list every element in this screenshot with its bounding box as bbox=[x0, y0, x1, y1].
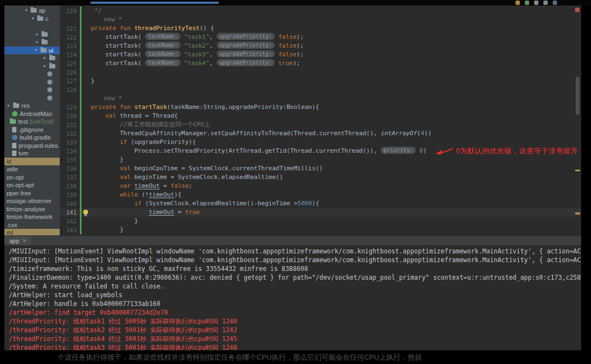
code-line-130[interactable]: 130 val thread = Thread{ bbox=[60, 112, 581, 120]
code-line-142[interactable]: 142 } bbox=[60, 217, 581, 226]
code-line-140[interactable]: 140 if (SystemClock.elapsedRealtime()-be… bbox=[60, 199, 581, 208]
code-line-132[interactable]: 132 ThreadCpuAffinityManager.setCpuAffin… bbox=[60, 129, 581, 138]
code-line-126[interactable]: 126 bbox=[60, 68, 581, 77]
code-line-133[interactable]: 133 if (upgradePriority){ bbox=[60, 138, 581, 147]
stripe-mark-warning[interactable] bbox=[575, 170, 580, 171]
tree-item-res[interactable]: ▸res bbox=[4, 102, 60, 110]
tree-item-label: AndroidMan bbox=[20, 111, 52, 117]
code-line-138[interactable]: 138 var timeOut = false; bbox=[60, 182, 581, 190]
parameter-hint: upgradePriority: bbox=[217, 42, 275, 49]
code-line[interactable]: new * bbox=[60, 94, 581, 103]
tree-item-label: res bbox=[21, 102, 30, 109]
toolbar-icon[interactable] bbox=[525, 1, 529, 5]
code-token: } bbox=[91, 77, 95, 84]
line-number: 126 bbox=[60, 68, 80, 77]
code-line-121[interactable]: 121private fun threadPriorityTest() { bbox=[60, 24, 581, 33]
toolbar-icon[interactable] bbox=[553, 1, 557, 5]
code-line-120[interactable]: 120 */ bbox=[60, 7, 581, 15]
line-number bbox=[60, 15, 80, 24]
code-line-136[interactable]: 136 val beginCpuTime = SystemClock.curre… bbox=[60, 164, 581, 173]
line-number: 120 bbox=[60, 7, 80, 15]
code-line-135[interactable]: 135 } bbox=[60, 155, 581, 164]
tree-item-build.gradle[interactable]: build.gradle bbox=[4, 134, 60, 142]
tree-item-on-opt[interactable]: on-opt bbox=[4, 174, 60, 182]
tree-item[interactable] bbox=[4, 22, 60, 31]
tree-item-ml[interactable]: ml bbox=[4, 229, 60, 235]
tree-item[interactable] bbox=[4, 78, 60, 86]
line-number: 128 bbox=[60, 85, 80, 94]
tree-item[interactable]: ▸ bbox=[4, 38, 60, 47]
chevron-right-icon[interactable]: ▸ bbox=[8, 102, 13, 109]
tree-item[interactable] bbox=[4, 70, 60, 78]
inlay-hint: new * bbox=[91, 95, 122, 102]
code-text: } bbox=[80, 226, 581, 234]
tree-item-c[interactable]: ▾c bbox=[4, 15, 60, 23]
tree-item-on-opt-apt[interactable]: on-opt-apt bbox=[4, 181, 60, 189]
console-tab-app[interactable]: app × bbox=[4, 236, 31, 245]
toolbar-icon[interactable] bbox=[534, 1, 538, 5]
line-number: 123 bbox=[60, 42, 80, 50]
code-line-124[interactable]: 124 startTask( taskName: "task3", upgrad… bbox=[60, 50, 581, 59]
code-line-137[interactable]: 137 val beginTime = SystemClock.elapsedR… bbox=[60, 173, 581, 182]
code-line[interactable]: new * bbox=[60, 15, 581, 24]
code-token: intArrayOf bbox=[381, 130, 417, 137]
tree-item-test[interactable]: test[unitTest] bbox=[4, 118, 60, 126]
tree-item-label: id bbox=[7, 158, 11, 165]
code-token: startTask( bbox=[91, 51, 145, 58]
intention-bulb-icon[interactable] bbox=[83, 210, 89, 216]
annotation: 0为默认的优先级，这里等于没有提升 bbox=[434, 147, 578, 155]
tree-item-pper-free[interactable]: pper-free bbox=[4, 189, 60, 198]
code-line-131[interactable]: 131 //将工作线程绑定在同一个CPU上 bbox=[60, 120, 581, 129]
tree-item[interactable]: ▸ bbox=[4, 62, 60, 71]
tree-item[interactable]: ▸ bbox=[4, 54, 60, 62]
chevron-right-icon[interactable]: ▸ bbox=[44, 62, 49, 70]
toolbar-icon[interactable] bbox=[515, 1, 520, 5]
tree-item-adle[interactable]: adle bbox=[4, 165, 60, 174]
chevron-down-icon[interactable]: ▾ bbox=[32, 15, 37, 22]
code-line-134[interactable]: 134 Process.setThreadPriority(ArtThread.… bbox=[60, 147, 581, 155]
scrollbar-thumb[interactable] bbox=[576, 77, 580, 115]
close-icon[interactable]: × bbox=[22, 238, 26, 244]
code-line-128[interactable]: 128 bbox=[60, 85, 581, 94]
tree-item-.cxx[interactable]: .cxx bbox=[4, 221, 60, 229]
parameter-hint: upgradePriority: bbox=[217, 33, 275, 40]
toolbar-icon[interactable] bbox=[543, 1, 548, 5]
tree-item-proguard-rules.pro[interactable]: proguard-rules.pro bbox=[4, 142, 60, 150]
analysis-status-icon[interactable] bbox=[575, 8, 580, 12]
tree-item-id[interactable]: id bbox=[4, 158, 60, 166]
stripe-mark-warning[interactable] bbox=[575, 212, 580, 215]
chevron-right-icon[interactable]: ▸ bbox=[36, 38, 42, 46]
code-line-127[interactable]: 127} bbox=[60, 77, 581, 85]
code-text: val beginTime = SystemClock.elapsedRealt… bbox=[80, 173, 581, 182]
main-area: ▾ap▾c▸▸▾ui▸▸▸resAndroidMantest[unitTest]… bbox=[4, 5, 581, 235]
chevron-down-icon[interactable]: ▾ bbox=[35, 47, 40, 54]
code-line-122[interactable]: 122 startTask( taskName: "task1", upgrad… bbox=[60, 33, 581, 42]
tree-item-timize-analyse[interactable]: timize-analyse bbox=[4, 205, 60, 213]
tree-item-.gitignore[interactable]: .gitignore bbox=[4, 126, 60, 134]
code-line-139[interactable]: 139 while (!timeOut){ bbox=[60, 190, 581, 199]
code-line-129[interactable]: 129private fun startTask(taskName:String… bbox=[60, 103, 581, 112]
code-text: */ bbox=[80, 7, 581, 15]
chevron-down-icon[interactable]: ▾ bbox=[25, 7, 31, 14]
tree-item-ap[interactable]: ▾ap bbox=[4, 7, 60, 15]
tree-item-essage-observer[interactable]: essage-observer bbox=[4, 197, 60, 205]
code-line-123[interactable]: 123 startTask( taskName: "task2", upgrad… bbox=[60, 42, 581, 50]
code-line-125[interactable]: 125 startTask( taskName: "task4", upgrad… bbox=[60, 59, 581, 68]
tree-item-AndroidMan[interactable]: AndroidMan bbox=[4, 110, 60, 118]
tree-item-timize-framework[interactable]: timize-framework bbox=[4, 213, 60, 221]
code-token: val bbox=[120, 165, 135, 172]
code-line-141[interactable]: 141 timeOut = true bbox=[60, 208, 581, 217]
tree-item[interactable]: ▸ bbox=[4, 31, 60, 39]
code-token: fun bbox=[120, 103, 135, 111]
code-line-143[interactable]: 143 } bbox=[60, 226, 581, 234]
editor[interactable]: 120 */new *121private fun threadPriority… bbox=[60, 5, 581, 235]
chevron-right-icon[interactable]: ▸ bbox=[44, 54, 49, 62]
tree-item-ui[interactable]: ▾ui bbox=[4, 47, 60, 55]
folder-icon bbox=[31, 8, 37, 13]
tree-item[interactable] bbox=[4, 86, 60, 94]
chevron-right-icon[interactable]: ▸ bbox=[36, 31, 42, 38]
line-number bbox=[60, 94, 80, 103]
tree-item[interactable] bbox=[4, 94, 60, 102]
tree-item-tvm[interactable]: tvm bbox=[4, 149, 60, 158]
tree-item-label: on-opt bbox=[7, 174, 24, 181]
